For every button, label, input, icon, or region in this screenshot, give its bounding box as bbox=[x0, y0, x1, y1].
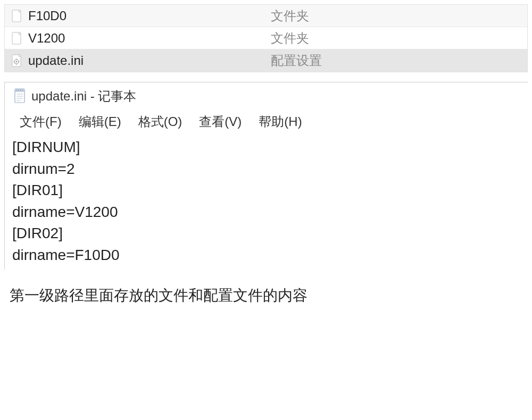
file-name: F10D0 bbox=[28, 9, 271, 23]
ini-file-icon bbox=[11, 54, 23, 68]
svg-point-14 bbox=[22, 90, 23, 91]
caption-text: 第一级路径里面存放的文件和配置文件的内容 bbox=[10, 285, 522, 306]
notepad-icon bbox=[13, 88, 26, 104]
svg-point-12 bbox=[18, 90, 19, 91]
menu-format[interactable]: 格式(O) bbox=[130, 112, 191, 131]
file-type: 文件夹 bbox=[271, 7, 521, 24]
file-list: F10D0 文件夹 V1200 文件夹 update.ini bbox=[4, 4, 528, 72]
svg-point-11 bbox=[16, 90, 18, 91]
file-type: 文件夹 bbox=[271, 30, 521, 47]
menu-file[interactable]: 文件(F) bbox=[11, 112, 70, 131]
file-row[interactable]: update.ini 配置设置 bbox=[5, 49, 527, 72]
file-row[interactable]: F10D0 文件夹 bbox=[5, 5, 527, 27]
notepad-window: update.ini - 记事本 文件(F) 编辑(E) 格式(O) 查看(V)… bbox=[4, 82, 528, 270]
notepad-titlebar: update.ini - 记事本 bbox=[5, 82, 528, 110]
folder-icon bbox=[11, 31, 23, 45]
svg-point-13 bbox=[20, 90, 21, 91]
folder-icon bbox=[11, 9, 23, 23]
notepad-content[interactable]: [DIRNUM] dirnum=2 [DIR01] dirname=V1200 … bbox=[5, 137, 528, 270]
file-type: 配置设置 bbox=[271, 52, 521, 69]
file-row[interactable]: V1200 文件夹 bbox=[5, 27, 527, 49]
file-name: V1200 bbox=[28, 31, 271, 46]
svg-point-4 bbox=[16, 61, 18, 62]
menu-bar: 文件(F) 编辑(E) 格式(O) 查看(V) 帮助(H) bbox=[5, 110, 528, 137]
file-name: update.ini bbox=[28, 53, 271, 68]
menu-edit[interactable]: 编辑(E) bbox=[70, 112, 130, 131]
menu-help[interactable]: 帮助(H) bbox=[250, 112, 310, 131]
notepad-title: update.ini - 记事本 bbox=[31, 88, 136, 105]
menu-view[interactable]: 查看(V) bbox=[190, 112, 250, 131]
